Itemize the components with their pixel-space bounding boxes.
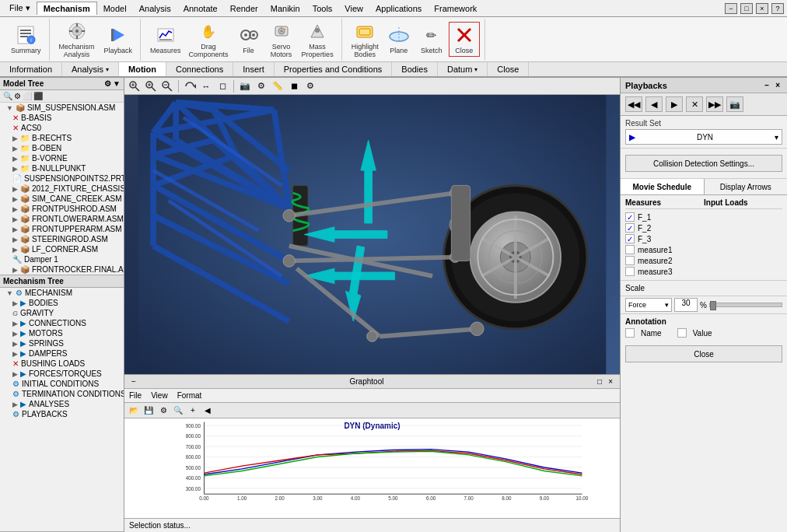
drag-components-btn[interactable]: ✋ DragComponents [186, 19, 232, 60]
tab-connections[interactable]: Connections [166, 62, 233, 76]
tree-item-pushrod[interactable]: ▶ 📦 FRONTPUSHROD.ASM [0, 204, 124, 214]
tab-close[interactable]: Close [488, 62, 529, 76]
tab-properties[interactable]: Properties and Conditions [275, 62, 393, 76]
tree-item-lf-corner[interactable]: ▶ 📦 LF_CORNER.ASM [0, 244, 124, 254]
mech-item-termination[interactable]: ⚙ TERMINATION CONDITIONS [0, 389, 124, 399]
tree-item-boben[interactable]: ▶ 📁 B-OBEN [0, 143, 124, 153]
zoom-fit-btn[interactable] [128, 79, 142, 93]
measures-btn[interactable]: Measures [147, 23, 184, 56]
menu-applications[interactable]: Applications [369, 2, 428, 15]
tree-item-sim-suspension[interactable]: ▼ 📦 SIM_SUSPENSION.ASM [0, 103, 124, 113]
playback-play-btn[interactable]: ▶ [666, 96, 683, 112]
menu-file[interactable]: File ▾ [3, 2, 37, 15]
panel-close-btn[interactable]: × [773, 81, 782, 89]
menu-render[interactable]: Render [224, 2, 264, 15]
graphtool-close-btn[interactable]: × [606, 377, 615, 386]
tab-display-arrows[interactable]: Display Arrows [705, 179, 788, 194]
tree-item-lowerarm[interactable]: ▶ 📦 FRONTLOWERARM.ASM [0, 214, 124, 224]
sketch-btn[interactable]: ✏ Sketch [416, 23, 447, 56]
panel-close-action-btn[interactable]: Close [625, 345, 782, 362]
mech-item-mechanism[interactable]: ▼ ⚙ MECHANISM [0, 288, 124, 298]
result-set-dropdown[interactable]: ▶ DYN ▾ [625, 129, 782, 145]
menu-manikin[interactable]: Manikin [264, 2, 306, 15]
mechanism-analysis-btn[interactable]: MechanismAnalysis [56, 19, 98, 60]
measure-vt-btn[interactable]: 📏 [271, 79, 285, 93]
mech-item-dampers[interactable]: ▶ ▶ DAMPERS [0, 348, 124, 359]
mech-item-connections[interactable]: ▶ ▶ CONNECTIONS [0, 318, 124, 328]
tree-item-frontrocker[interactable]: ▶ 📦 FRONTROCKER.FINAL.ASM [0, 264, 124, 275]
tree-item-bbasis[interactable]: ✕ B-BASIS [0, 113, 124, 123]
tree-expand-icon[interactable]: ⬜ [23, 92, 32, 100]
plane-btn[interactable]: Plane [383, 23, 414, 56]
tab-bodies[interactable]: Bodies [392, 62, 438, 76]
tree-item-steeringrod[interactable]: ▶ 📦 STEERINGROD.ASM [0, 234, 124, 244]
measure-1-checkbox[interactable] [625, 245, 635, 254]
highlight-bodies-btn[interactable]: HighlightBodies [348, 19, 382, 60]
menu-analysis[interactable]: Analysis [133, 2, 177, 15]
view-btn[interactable]: ◻ [215, 79, 229, 93]
rotate-btn[interactable] [183, 79, 197, 93]
gt-save-btn[interactable]: 💾 [142, 404, 155, 417]
measure-f2-checkbox[interactable]: ✓ [625, 223, 635, 233]
help-btn[interactable]: ? [771, 3, 784, 14]
graphtool-restore-btn[interactable]: □ [595, 377, 604, 386]
tab-datum[interactable]: Datum ▾ [438, 62, 488, 76]
tab-analysis[interactable]: Analysis ▾ [62, 62, 119, 76]
mech-item-bushing[interactable]: ✕ BUSHING LOADS [0, 359, 124, 369]
mech-item-initial[interactable]: ⚙ INITIAL CONDITIONS [0, 379, 124, 389]
measure-f1-checkbox[interactable]: ✓ [625, 212, 635, 222]
scale-type-dropdown[interactable]: Force ▾ [625, 298, 672, 312]
graphtool-menu-format[interactable]: Format [177, 391, 202, 400]
menu-framework[interactable]: Framework [428, 2, 483, 15]
tree-item-bnullpunkt[interactable]: ▶ 📁 B-NULLPUNKT [0, 163, 124, 173]
tree-sort-icon[interactable]: ⚙ [14, 92, 21, 100]
tree-item-fixture[interactable]: ▶ 📦 2012_FIXTURE_CHASSIS.ASM [0, 184, 124, 194]
tree-filter-icon[interactable]: 🔍 [3, 92, 12, 100]
measure-2-checkbox[interactable] [625, 256, 635, 265]
section-btn[interactable]: ◼ [287, 79, 301, 93]
collision-detection-btn[interactable]: Collision Detection Settings... [625, 155, 782, 172]
gt-zoom-in-btn[interactable]: + [187, 404, 199, 417]
annotation-value-checkbox[interactable] [677, 328, 687, 338]
mech-item-bodies[interactable]: ▶ ▶ BODIES [0, 298, 124, 308]
graphtool-menu-view[interactable]: View [151, 391, 168, 400]
playback-next-btn[interactable]: ▶▶ [706, 96, 723, 112]
mass-properties-btn[interactable]: MassProperties [299, 19, 337, 60]
playback-stop-btn[interactable]: ✕ [686, 96, 703, 112]
close-btn-main[interactable]: × [756, 3, 768, 14]
gt-open-btn[interactable]: 📂 [128, 404, 140, 417]
menu-mechanism[interactable]: Mechanism [37, 2, 97, 15]
tab-information[interactable]: Information [0, 62, 62, 76]
mech-item-analyses[interactable]: ▶ ▶ ANALYSES [0, 399, 124, 409]
zoom-in-btn[interactable] [144, 79, 158, 93]
tab-movie-schedule[interactable]: Movie Schedule [621, 179, 705, 194]
menu-tools[interactable]: Tools [306, 2, 339, 15]
pan-btn[interactable]: ↔ [199, 79, 213, 93]
zoom-out-btn[interactable] [160, 79, 174, 93]
tree-item-acs0[interactable]: ✕ ACS0 [0, 123, 124, 133]
playback-prev-btn[interactable]: ◀◀ [625, 96, 642, 112]
camera-btn[interactable]: 📷 [238, 79, 252, 93]
gt-settings-btn[interactable]: ⚙ [157, 404, 170, 417]
menu-model[interactable]: Model [97, 2, 133, 15]
panel-minimize-btn[interactable]: − [762, 81, 771, 89]
tree-item-damper[interactable]: 🔧 Damper 1 [0, 254, 124, 264]
tree-item-upperarm[interactable]: ▶ 📦 FRONTUPPERARM.ASM [0, 224, 124, 234]
tree-item-bvorne[interactable]: ▶ 📁 B-VORNE [0, 153, 124, 163]
mech-item-forces[interactable]: ▶ ▶ FORCES/TORQUES [0, 369, 124, 379]
close-ribbon-btn[interactable]: Close [449, 22, 480, 57]
servo-motors-btn[interactable]: ServoMotors [266, 19, 297, 60]
minimize-btn[interactable]: − [725, 3, 737, 14]
appearance-btn[interactable]: ⚙ [303, 79, 317, 93]
mech-item-gravity[interactable]: G GRAVITY [0, 308, 124, 318]
summary-btn[interactable]: i Summary [8, 23, 44, 56]
model-tree-collapse-icon[interactable]: ▼ [113, 79, 121, 88]
scale-value-input[interactable]: 30 [674, 298, 698, 312]
tree-item-cane-creek[interactable]: ▶ 📦 SIM_CANE_CREEK.ASM [0, 194, 124, 204]
tab-insert[interactable]: Insert [233, 62, 275, 76]
mech-item-playbacks[interactable]: ⚙ PLAYBACKS [0, 409, 124, 419]
playback-capture-btn[interactable]: 📷 [726, 96, 743, 112]
measure-3-checkbox[interactable] [625, 267, 635, 276]
graphtool-minimize-btn[interactable]: − [129, 377, 138, 386]
menu-annotate[interactable]: Annotate [177, 2, 224, 15]
